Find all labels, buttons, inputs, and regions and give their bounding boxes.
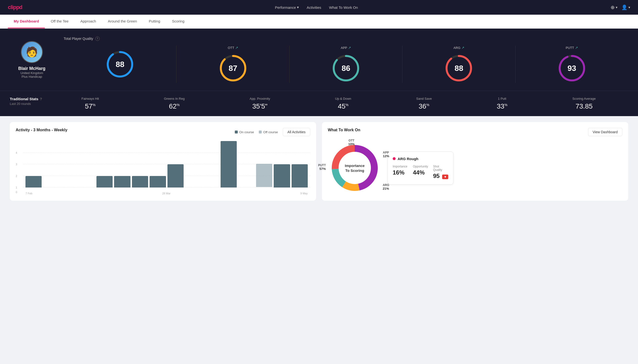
tab-scoring[interactable]: Scoring [166,15,190,28]
info-card: ARG Rough Importance 16% Opportunity 44%… [387,152,453,184]
stat-label-ss: Sand Save [416,97,432,100]
activity-panel: Activity - 3 Months - Weekly On course O… [10,122,316,201]
stat-label-fh: Fairways Hit [82,97,99,100]
player-handicap: Plus Handicap [22,75,42,78]
stat-value-ap: 35'5" [252,102,268,110]
ring-value-app: 86 [341,64,350,73]
stat-value-1p: 33% [497,102,508,110]
metric-label-opportunity: Opportunity [413,165,428,168]
score-ring-arg: ARG ↗ 88 [402,46,515,83]
wtwo-panel-title: What To Work On [328,128,360,132]
legend-dot-on-course [235,130,238,134]
player-info: 🧑 Blair McHarg United Kingdom Plus Handi… [10,41,54,78]
stat-label-ap: App. Proximity [250,97,270,100]
bar-group [167,141,184,188]
bar-group [132,141,148,188]
user-icon: 👤 [621,4,627,10]
metric-label-importance: Importance [393,165,408,168]
metric-opportunity: Opportunity 44% [413,165,428,180]
activity-panel-header: Activity - 3 Months - Weekly On course O… [16,128,310,136]
chart-area: 4 3 2 1 0 7 Feb 28 Mar 9 May [16,141,310,195]
donut-label-putt: PUTT 57% [318,164,326,171]
nav-activities[interactable]: Activities [307,5,321,10]
bar-group [114,141,130,188]
bar-on-course [292,164,308,188]
grid-label-4: 4 [16,151,17,154]
view-dashboard-button[interactable]: View Dashboard [588,128,622,136]
add-chevron-icon: ▾ [616,6,617,9]
score-ring-putt: PUTT ↗ 93 [516,46,628,83]
help-icon[interactable]: ? [95,36,100,41]
ring-container-putt: 93 [557,54,587,83]
bar-group [238,141,254,188]
donut-label-ott: OTT 10% [348,139,355,146]
stat-app-proximity: App. Proximity 35'5" [250,97,270,110]
x-label-feb: 7 Feb [26,192,32,195]
info-card-dot [393,157,396,160]
x-label-mar: 28 Mar [162,192,170,195]
add-button[interactable]: ⊕ ▾ [610,4,617,10]
bar-on-course [26,176,42,188]
grid-label-3: 3 [16,163,17,166]
metric-value-importance: 16% [393,169,408,176]
bars-container [23,141,310,188]
stats-label-section: Traditional Stats ? Last 20 rounds [10,97,49,106]
bar-group [150,141,166,188]
ring-container-total: 88 [105,50,135,79]
bar-group [221,141,237,188]
bar-on-course [221,141,237,188]
bar-group [274,141,290,188]
x-label-may: 9 May [300,192,308,195]
plus-circle-icon: ⊕ [610,4,615,10]
stat-greens-in-reg: Greens In Reg 62% [164,97,185,110]
legend-dot-off-course [259,130,262,134]
tab-approach[interactable]: Approach [74,15,102,28]
grid-label-1: 1 [16,186,17,189]
player-country: United Kingdom [21,71,43,75]
ring-value-arg: 88 [455,64,464,73]
metric-value-opportunity: 44% [413,169,428,176]
score-ring-app: APP ↗ 86 [290,46,402,83]
nav-links: Performance ▾ Activities What To Work On [275,5,358,10]
ring-label-ott: OTT ↗ [228,46,238,50]
x-labels: 7 Feb 28 Mar 9 May [23,192,310,195]
stats-row: Traditional Stats ? Last 20 rounds Fairw… [0,91,638,116]
stat-1-putt: 1 Putt 33% [497,97,508,110]
tab-my-dashboard[interactable]: My Dashboard [8,15,45,28]
metric-badge-shot-quality: ▼ [442,174,448,179]
tab-putting[interactable]: Putting [143,15,166,28]
nav-performance[interactable]: Performance ▾ [275,5,299,10]
hero-section: 🧑 Blair McHarg United Kingdom Plus Handi… [0,28,638,91]
ring-value-total: 88 [116,60,124,69]
stat-label-ud: Up & Down [335,97,351,100]
metric-label-shot-quality: Shot Quality [433,165,448,172]
user-menu-button[interactable]: 👤 ▾ [621,4,630,10]
tab-around-the-green[interactable]: Around the Green [102,15,143,28]
bar-off-course [256,164,272,187]
stats-help-icon[interactable]: ? [40,97,42,101]
stat-label-sa: Scoring Average [572,97,596,100]
scores-title: Total Player Quality ? [64,36,628,41]
donut-section: Importance To Scoring PUTT 57% OTT 10% A… [328,141,622,195]
tab-bar: My Dashboard Off the Tee Approach Around… [0,15,638,28]
bar-group [79,141,95,188]
bar-on-course [114,176,130,188]
stat-fairways-hit: Fairways Hit 57% [82,97,99,110]
info-card-metrics: Importance 16% Opportunity 44% Shot Qual… [393,165,448,180]
stat-up-and-down: Up & Down 45% [335,97,351,110]
user-chevron-icon: ▾ [628,6,630,9]
nav-what-to-work-on[interactable]: What To Work On [329,5,358,10]
ring-container-app: 86 [331,54,361,83]
avatar-image: 🧑 [26,46,38,58]
avatar: 🧑 [21,41,43,63]
donut-label-app: APP 12% [383,151,389,158]
all-activities-button[interactable]: All Activities [283,128,310,136]
stats-label-title: Traditional Stats ? [10,97,49,101]
activity-panel-title-area: Activity - 3 Months - Weekly [16,128,67,132]
stat-value-gir: 62% [169,102,180,110]
bar-on-course [150,176,166,188]
bar-on-course [96,176,113,188]
tab-off-the-tee[interactable]: Off the Tee [45,15,74,28]
bar-group [96,141,113,188]
bar-group [26,141,42,188]
